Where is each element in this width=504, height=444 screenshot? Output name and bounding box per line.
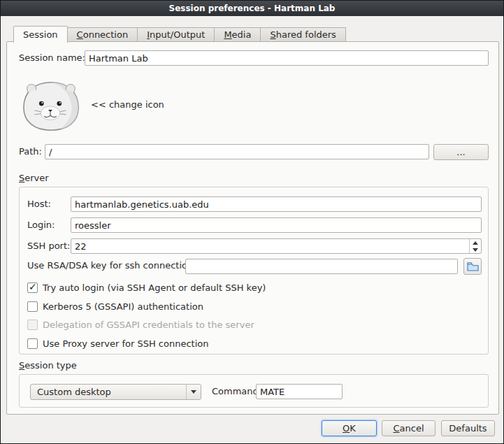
- rsa-key-browse-button[interactable]: [463, 258, 482, 275]
- host-input[interactable]: [71, 196, 482, 212]
- folder-icon: [467, 262, 479, 271]
- defaults-button[interactable]: Defaults: [441, 420, 495, 436]
- session-icon-button[interactable]: [20, 78, 82, 134]
- change-icon-label: << change icon: [91, 99, 164, 111]
- spin-up-icon: [473, 241, 478, 245]
- login-input[interactable]: [71, 217, 482, 233]
- path-input[interactable]: [45, 144, 429, 159]
- session-type-dropdown[interactable]: Custom desktop: [30, 384, 201, 400]
- tab-shared-folders[interactable]: Shared folders: [261, 27, 345, 42]
- command-input[interactable]: [256, 384, 343, 399]
- ssh-port-input[interactable]: [71, 238, 482, 254]
- session-type-group-frame: Custom desktop Command:: [19, 374, 489, 408]
- cancel-button[interactable]: Cancel: [382, 420, 435, 436]
- ssh-port-spinner: [71, 238, 482, 254]
- checkbox: [27, 320, 38, 330]
- ok-button[interactable]: OK: [322, 420, 377, 436]
- ssh-port-label: SSH port:: [27, 238, 70, 254]
- proxy-checkbox[interactable]: Use Proxy server for SSH connection: [27, 337, 209, 350]
- tab-input-output[interactable]: Input/Output: [138, 27, 215, 42]
- titlebar[interactable]: Session preferences - Hartman Lab: [1, 1, 503, 16]
- server-group-frame: Host: Login: SSH port: Use RSA/DSA key f…: [19, 187, 489, 355]
- path-browse-button[interactable]: ...: [433, 144, 489, 160]
- spin-down-button[interactable]: [470, 246, 481, 253]
- session-type-value: Custom desktop: [37, 385, 111, 399]
- session-name-label: Session name:: [19, 50, 85, 66]
- checkbox[interactable]: [27, 301, 38, 312]
- spin-up-button[interactable]: [470, 239, 481, 246]
- auto-login-checkbox[interactable]: Try auto login (via SSH Agent or default…: [27, 281, 266, 294]
- kerberos-checkbox[interactable]: Kerberos 5 (GSSAPI) authentication: [27, 300, 203, 313]
- dropdown-button[interactable]: [186, 385, 201, 399]
- server-group-title: Server: [19, 172, 49, 185]
- session-preferences-dialog: Session preferences - Hartman Lab Sessio…: [0, 0, 504, 444]
- tab-media[interactable]: Media: [215, 27, 261, 42]
- tab-bar: Session Connection Input/Output Media Sh…: [13, 26, 346, 42]
- tab-session[interactable]: Session: [13, 26, 68, 43]
- gssapi-delegation-checkbox: Delegation of GSSAPI credentials to the …: [27, 318, 254, 331]
- tab-connection[interactable]: Connection: [68, 27, 138, 42]
- window-title: Session preferences - Hartman Lab: [169, 3, 336, 13]
- chevron-down-icon: [191, 390, 196, 394]
- spin-down-icon: [473, 248, 478, 252]
- checkbox[interactable]: [27, 338, 38, 349]
- session-name-input[interactable]: [85, 50, 489, 66]
- session-tab-page: Session name: << change icon Path:: [6, 41, 499, 415]
- rsa-key-label: Use RSA/DSA key for ssh connection:: [27, 258, 196, 273]
- command-label: Command:: [212, 384, 261, 399]
- ssh-port-spin-buttons: [469, 239, 481, 253]
- seal-icon: [20, 78, 82, 134]
- path-label: Path:: [19, 144, 42, 159]
- session-type-group-title: Session type: [19, 359, 77, 372]
- host-label: Host:: [27, 196, 51, 212]
- checkbox[interactable]: [27, 282, 38, 293]
- rsa-key-input[interactable]: [185, 259, 458, 274]
- login-label: Login:: [27, 217, 55, 233]
